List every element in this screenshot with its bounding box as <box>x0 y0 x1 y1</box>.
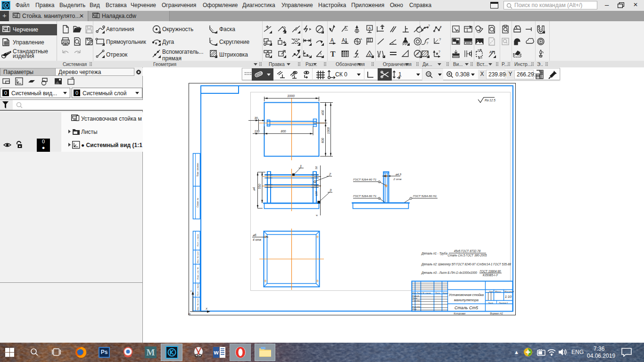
svg-text:120: 120 <box>315 191 318 196</box>
svg-text:Деталь п3 - Лист Б-ПН-О-4х1000: Деталь п3 - Лист Б-ПН-О-4х1000х1000 <box>421 271 477 275</box>
svg-text:1:10: 1:10 <box>505 295 512 299</box>
svg-text:Взам. инв. №: Взам. инв. № <box>197 267 199 280</box>
svg-text:0×: 0× <box>188 313 191 315</box>
svg-text:№ докум.: № докум. <box>422 292 431 294</box>
svg-text:600: 600 <box>321 138 324 143</box>
svg-text:Подп.: Подп. <box>435 292 440 294</box>
svg-text:ГОСТ 5264-80 Н1: ГОСТ 5264-80 Н1 <box>413 194 437 197</box>
svg-text:Лист: Лист <box>487 302 493 304</box>
svg-text:ГОСТ 5264-80 Т1: ГОСТ 5264-80 Т1 <box>353 178 376 181</box>
svg-text:Перв. примен.: Перв. примен. <box>197 163 199 177</box>
svg-text:А: А <box>369 53 371 57</box>
svg-text:?: ? <box>428 24 430 27</box>
svg-text:⌀6: ⌀6 <box>253 233 256 237</box>
svg-text:2: 2 <box>329 172 331 176</box>
svg-text:45х5 ГОСТ 8732-78: 45х5 ГОСТ 8732-78 <box>454 249 481 253</box>
svg-text:Сталь Ст5: Сталь Ст5 <box>454 305 479 310</box>
svg-text:400: 400 <box>321 110 324 115</box>
svg-text:Установочная стойка: Установочная стойка <box>448 293 484 297</box>
svg-text:1000: 1000 <box>327 127 330 134</box>
svg-text:?: ? <box>427 50 429 55</box>
svg-text:4 отв: 4 отв <box>253 238 261 241</box>
svg-text:Дата: Дата <box>442 292 448 294</box>
svg-text:А: А <box>489 50 492 54</box>
svg-text:30: 30 <box>254 116 258 120</box>
svg-text:Сталь Ст.5 ГОСТ 380-2005: Сталь Ст.5 ГОСТ 380-2005 <box>447 254 487 257</box>
svg-text:Масса: Масса <box>495 290 501 293</box>
svg-text:550: 550 <box>258 184 261 189</box>
svg-text:А: А <box>342 38 345 43</box>
svg-text:Подп. и дата: Подп. и дата <box>197 283 199 296</box>
svg-text:Инв. № подл.: Инв. № подл. <box>197 298 199 310</box>
svg-text:50: 50 <box>315 166 318 169</box>
svg-text:Лит.: Лит. <box>488 290 494 293</box>
svg-text:?: ? <box>438 50 440 53</box>
svg-text:ГОСТ 5264-80 Т1: ГОСТ 5264-80 Т1 <box>353 194 376 197</box>
svg-text:?: ? <box>426 41 429 45</box>
svg-text:Формат А2: Формат А2 <box>490 312 503 315</box>
svg-text:Изм Лист: Изм Лист <box>413 292 422 294</box>
svg-text:Копировал: Копировал <box>454 312 466 315</box>
svg-text:?: ? <box>439 37 441 41</box>
svg-text:1: 1 <box>300 164 302 168</box>
svg-text:Т.контр.: Т.контр. <box>413 299 421 302</box>
svg-text:T: T <box>330 50 336 58</box>
svg-text:Справ. №: Справ. № <box>197 198 199 208</box>
svg-text:?: ? <box>417 52 419 56</box>
svg-text:2 отв: 2 отв <box>393 177 402 181</box>
svg-text:Деталь п2: Швеллер 5П ГОСТ 824: Деталь п2: Швеллер 5П ГОСТ 8240-97 /Ст5п… <box>421 263 512 266</box>
svg-text:манипулятора: манипулятора <box>454 298 479 302</box>
svg-text:Ra 12.5: Ra 12.5 <box>485 99 495 102</box>
svg-text:?: ? <box>440 25 442 29</box>
svg-text:Масштаб: Масштаб <box>504 290 514 293</box>
svg-text:1000: 1000 <box>287 94 295 98</box>
svg-text:⌀4.5: ⌀4.5 <box>396 173 402 176</box>
svg-text:Подп. и дата: Подп. и дата <box>197 234 199 247</box>
svg-text:Деталь п1 - Труба: Деталь п1 - Труба <box>421 252 447 255</box>
svg-text:К350В5-I-У: К350В5-I-У <box>483 273 498 277</box>
svg-text:А: А <box>330 38 334 43</box>
svg-text:3: 3 <box>330 188 332 192</box>
svg-text:Листов 1: Листов 1 <box>498 302 508 304</box>
svg-text:А: А <box>368 26 371 30</box>
svg-text:800: 800 <box>281 130 286 133</box>
svg-text:⌀4: ⌀4 <box>252 187 256 191</box>
svg-text:100: 100 <box>255 130 260 133</box>
svg-text:А: А <box>360 38 362 41</box>
svg-text:Утв.: Утв. <box>413 308 417 310</box>
svg-text:ГОСТ 19904-90: ГОСТ 19904-90 <box>480 270 501 273</box>
svg-text:Инв. № дубл.: Инв. № дубл. <box>197 251 199 263</box>
